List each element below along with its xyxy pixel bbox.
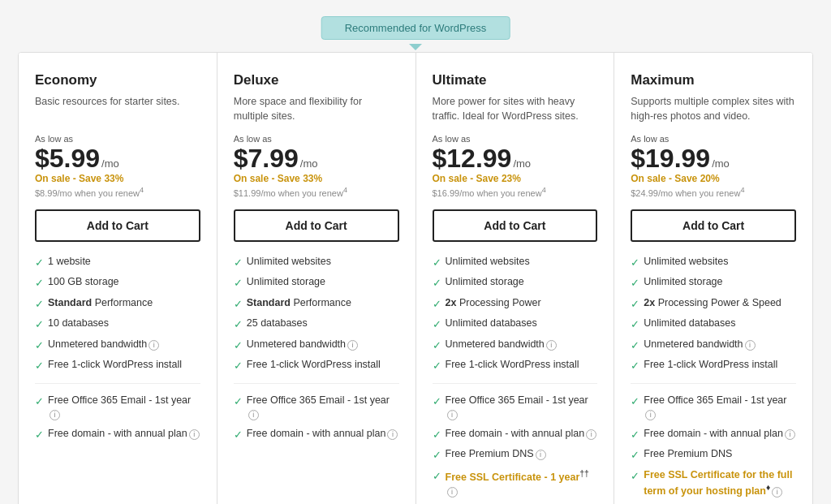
feature-item: ✓ Unlimited storage — [631, 275, 796, 291]
plan-name: Economy — [35, 72, 200, 88]
features-divider — [35, 383, 200, 384]
check-icon: ✓ — [631, 276, 639, 291]
plan-desc: Basic resources for starter sites. — [35, 95, 200, 124]
check-icon: ✓ — [433, 448, 441, 463]
feature-extra-item: ✓ Free Office 365 Email - 1st yeari — [631, 394, 796, 421]
info-icon[interactable]: i — [447, 487, 458, 498]
feature-item: ✓ Unlimited databases — [631, 317, 796, 332]
feature-item: ✓ 2x Processing Power & Speed — [631, 296, 796, 312]
info-icon[interactable]: i — [546, 340, 557, 351]
check-icon: ✓ — [433, 359, 441, 373]
feature-extra-item: ✓ Free Office 365 Email - 1st yeari — [35, 394, 200, 421]
as-low-as-label: As low as — [35, 134, 200, 144]
as-low-as-label: As low as — [433, 134, 598, 144]
pricing-wrapper: Recommended for WordPress Economy Basic … — [18, 16, 813, 504]
feature-extra-item: ✓ Free Premium DNS — [631, 447, 796, 463]
info-icon[interactable]: i — [772, 487, 782, 498]
feature-item: ✓ Unlimited websites — [631, 255, 796, 270]
info-icon[interactable]: i — [347, 340, 358, 351]
feature-item: ✓ 100 GB storage — [35, 275, 200, 291]
feature-item: ✓ Unlimited storage — [234, 275, 399, 291]
feature-item: ✓ Unlimited databases — [433, 317, 598, 332]
check-icon: ✓ — [35, 338, 44, 353]
feature-item: ✓ 2x Processing Power — [433, 296, 598, 312]
info-icon[interactable]: i — [50, 410, 60, 420]
sale-badge: On sale - Save 33% — [35, 173, 200, 184]
plan-name: Deluxe — [234, 72, 399, 88]
plan-price: $7.99 — [234, 145, 299, 171]
features-divider — [234, 383, 399, 384]
feature-extra-item: ✓ Free SSL Certificate - 1 year††i — [433, 468, 598, 498]
info-icon[interactable]: i — [447, 410, 458, 420]
info-icon[interactable]: i — [189, 429, 200, 440]
check-icon: ✓ — [234, 256, 243, 270]
features-extra-list: ✓ Free Office 365 Email - 1st yeari ✓ Fr… — [35, 394, 200, 442]
info-icon[interactable]: i — [536, 450, 546, 460]
features-main-list: ✓ Unlimited websites ✓ Unlimited storage… — [433, 255, 598, 373]
info-icon[interactable]: i — [586, 429, 596, 440]
features-extra-list: ✓ Free Office 365 Email - 1st yeari ✓ Fr… — [631, 394, 796, 498]
feature-item: ✓ 1 website — [35, 255, 200, 270]
recommended-arrow — [409, 44, 422, 50]
plan-desc: More power for sites with heavy traffic.… — [433, 95, 598, 124]
feature-item: ✓ Free 1-click WordPress install — [234, 358, 399, 373]
feature-item: ✓ Free 1-click WordPress install — [433, 358, 598, 373]
check-icon: ✓ — [433, 256, 441, 270]
feature-extra-item: ✓ Free SSL Certificate for the full term… — [631, 468, 796, 498]
as-low-as-label: As low as — [631, 134, 796, 144]
add-to-cart-button[interactable]: Add to Cart — [234, 209, 399, 242]
sale-badge: On sale - Save 23% — [433, 173, 598, 184]
plan-card-maximum: Maximum Supports multiple complex sites … — [614, 53, 812, 504]
add-to-cart-button[interactable]: Add to Cart — [35, 209, 200, 242]
sale-badge: On sale - Save 33% — [234, 173, 399, 184]
features-main-list: ✓ Unlimited websites ✓ Unlimited storage… — [631, 255, 796, 373]
feature-item: ✓ Standard Performance — [234, 296, 399, 312]
feature-extra-item: ✓ Free Premium DNSi — [433, 447, 598, 463]
price-row: $5.99 /mo — [35, 145, 200, 171]
features-divider — [631, 383, 796, 384]
price-per-mo: /mo — [101, 157, 119, 170]
info-icon[interactable]: i — [149, 340, 159, 351]
plan-card-economy: Economy Basic resources for starter site… — [19, 53, 217, 504]
feature-item: ✓ Unlimited websites — [433, 255, 598, 270]
feature-item: ✓ Unmetered bandwidthi — [433, 338, 598, 353]
check-icon: ✓ — [433, 469, 441, 484]
renew-price: $8.99/mo when you renew4 — [35, 186, 200, 198]
check-icon: ✓ — [234, 338, 243, 353]
recommended-label: Recommended for WordPress — [345, 22, 487, 34]
feature-extra-item: ✓ Free domain - with annual plani — [631, 427, 796, 442]
check-icon: ✓ — [35, 359, 44, 373]
features-extra-list: ✓ Free Office 365 Email - 1st yeari ✓ Fr… — [234, 394, 399, 442]
feature-item: ✓ Unmetered bandwidthi — [631, 338, 796, 353]
features-main-list: ✓ Unlimited websites ✓ Unlimited storage… — [234, 255, 399, 373]
info-icon[interactable]: i — [785, 429, 795, 440]
check-icon: ✓ — [433, 428, 441, 442]
check-icon: ✓ — [631, 338, 639, 353]
feature-item: ✓ Unlimited websites — [234, 255, 399, 270]
renew-price: $16.99/mo when you renew4 — [433, 186, 598, 198]
price-per-mo: /mo — [712, 157, 730, 170]
check-icon: ✓ — [631, 448, 639, 463]
info-icon[interactable]: i — [645, 410, 656, 420]
features-extra-list: ✓ Free Office 365 Email - 1st yeari ✓ Fr… — [433, 394, 598, 498]
price-per-mo: /mo — [513, 157, 531, 170]
renew-price: $11.99/mo when you renew4 — [234, 186, 399, 198]
info-icon[interactable]: i — [745, 340, 756, 351]
check-icon: ✓ — [234, 276, 243, 291]
feature-item: ✓ Unlimited storage — [433, 275, 598, 291]
info-icon[interactable]: i — [248, 410, 259, 420]
feature-extra-item: ✓ Free domain - with annual plani — [234, 427, 399, 442]
check-icon: ✓ — [234, 359, 243, 373]
check-icon: ✓ — [631, 428, 639, 442]
feature-item: ✓ Unmetered bandwidthi — [234, 338, 399, 353]
add-to-cart-button[interactable]: Add to Cart — [433, 209, 598, 242]
plan-name: Ultimate — [433, 72, 598, 88]
add-to-cart-button[interactable]: Add to Cart — [631, 209, 796, 242]
features-divider — [433, 383, 598, 384]
price-row: $19.99 /mo — [631, 145, 796, 171]
plan-card-deluxe: Deluxe More space and flexibility for mu… — [217, 53, 416, 504]
price-row: $12.99 /mo — [433, 145, 598, 171]
check-icon: ✓ — [433, 276, 441, 291]
check-icon: ✓ — [35, 256, 44, 270]
info-icon[interactable]: i — [387, 429, 398, 440]
